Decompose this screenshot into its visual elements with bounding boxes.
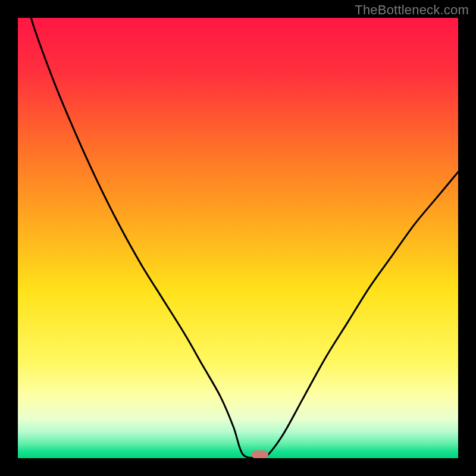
watermark-text: TheBottleneck.com [355,2,469,18]
bottleneck-curve [18,18,458,458]
chart-frame: TheBottleneck.com [0,0,476,476]
plot-area [18,18,458,458]
optimal-marker [252,450,268,458]
